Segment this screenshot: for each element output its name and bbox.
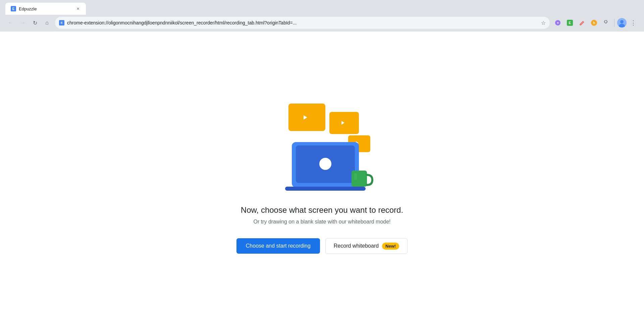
toolbar-icons: ✦ E h <box>552 17 639 28</box>
recording-illustration <box>265 97 379 191</box>
forward-button[interactable]: → <box>17 17 28 28</box>
back-button[interactable]: ← <box>5 17 16 28</box>
svg-rect-18 <box>285 187 366 191</box>
record-whiteboard-button[interactable]: Record whiteboard New! <box>325 238 408 254</box>
chrome-menu-button[interactable]: ⋮ <box>628 17 639 28</box>
extensions-puzzle-icon[interactable] <box>601 17 611 28</box>
home-button[interactable]: ⌂ <box>42 17 52 28</box>
svg-text:h: h <box>593 21 595 25</box>
tab-title: Edpuzzle <box>19 6 72 11</box>
tab-favicon-icon: E <box>11 6 16 11</box>
choose-start-recording-button[interactable]: Choose and start recording <box>236 238 320 254</box>
browser-chrome: E Edpuzzle ✕ ← → ↻ ⌂ E chrome-extension:… <box>0 0 644 31</box>
reload-button[interactable]: ↻ <box>30 17 40 28</box>
svg-text:✦: ✦ <box>556 21 559 25</box>
buttons-row: Choose and start recording Record whiteb… <box>236 238 408 254</box>
sub-heading: Or try drawing on a blank slate with our… <box>253 219 390 225</box>
svg-text:E: E <box>569 21 571 25</box>
main-heading: Now, choose what screen you want to reco… <box>241 205 403 215</box>
address-bar-row: ← → ↻ ⌂ E chrome-extension://oligonmocni… <box>3 15 641 31</box>
tab-close-button[interactable]: ✕ <box>75 6 80 11</box>
illustration-container <box>265 97 379 192</box>
edpuzzle-extension-icon[interactable]: E <box>565 17 575 28</box>
address-bar[interactable]: E chrome-extension://oligonmocnihangdjll… <box>55 17 550 29</box>
pencil-extension-icon[interactable] <box>577 17 587 28</box>
address-text: chrome-extension://oligonmocnihangdjlloe… <box>67 20 538 25</box>
address-bar-favicon-icon: E <box>59 20 64 25</box>
browser-frame: E Edpuzzle ✕ ← → ↻ ⌂ E chrome-extension:… <box>0 0 644 319</box>
svg-rect-20 <box>354 173 357 180</box>
bookmark-star-icon[interactable]: ☆ <box>541 20 546 26</box>
browser-tab[interactable]: E Edpuzzle ✕ <box>5 3 86 15</box>
honey-extension-icon[interactable]: h <box>589 17 599 28</box>
nav-buttons: ← → ↻ ⌂ <box>5 17 52 28</box>
record-whiteboard-label: Record whiteboard <box>334 243 379 249</box>
svg-point-7 <box>620 20 624 23</box>
tab-bar: E Edpuzzle ✕ <box>3 3 641 15</box>
profile-avatar[interactable] <box>617 18 627 27</box>
toolbar-separator <box>614 19 614 27</box>
svg-point-17 <box>319 158 331 170</box>
svg-rect-19 <box>352 171 367 187</box>
perplexity-extension-icon[interactable]: ✦ <box>552 17 563 28</box>
page-content: Now, choose what screen you want to reco… <box>0 31 644 319</box>
new-badge: New! <box>382 243 399 250</box>
